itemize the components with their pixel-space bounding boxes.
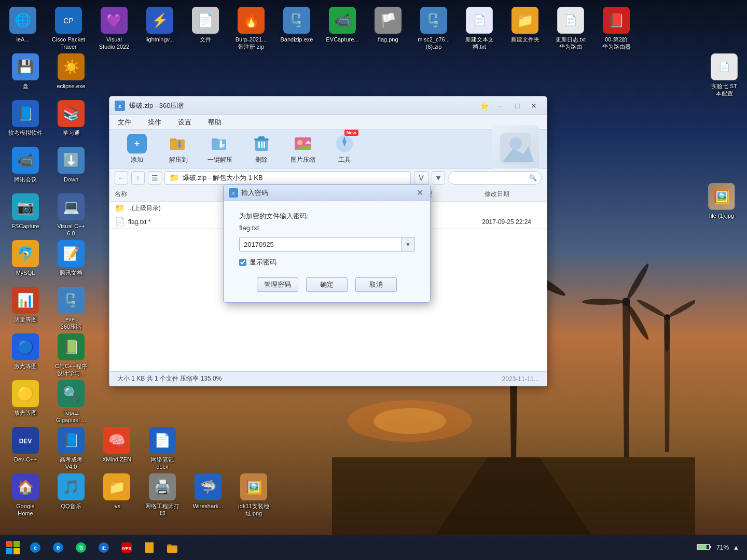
- desktop-icon-fscapture[interactable]: 📷 FSCapture: [3, 189, 48, 236]
- taskbar-bookmark[interactable]: [139, 538, 160, 557]
- password-dialog: Z 输入密码 ✕ 为加密的文件输入密码: flag.txt ▼ 显示密码 管理密…: [223, 184, 431, 303]
- window-titlebar[interactable]: Z 爆破.zip - 360压缩 ⭐ ─ □ ✕: [109, 96, 547, 115]
- menu-file[interactable]: 文件: [115, 117, 134, 128]
- desktop-icon-eclipse[interactable]: ☀️ eclipse.exe: [48, 49, 94, 96]
- cancel-btn[interactable]: 取消: [355, 277, 397, 292]
- desktop-icon-visualcpp[interactable]: 💻 Visual C++6.0: [48, 189, 94, 236]
- desktop-icon-tencent-doc[interactable]: 📝 腾讯文档: [48, 236, 94, 283]
- toolbar-image-compress-btn[interactable]: 图片压缩: [283, 131, 322, 167]
- desktop-icon-xmind[interactable]: 🧠 XMind ZEN: [94, 423, 140, 469]
- desktop-icon-cisco[interactable]: CP Cisco PacketTracer: [46, 3, 91, 49]
- nav-back-btn[interactable]: ←: [115, 171, 128, 185]
- show-password-checkbox[interactable]: [239, 259, 246, 266]
- desktop-icon-newtxt[interactable]: 📄 新建文本文档.txt: [457, 3, 502, 49]
- desktop-icon-cprog[interactable]: 📗 C与C++程序设计学与...: [48, 329, 94, 376]
- taskbar-folder[interactable]: [161, 538, 183, 557]
- desktop-icon-00huawei[interactable]: 📕 00-第2阶华为路由器: [593, 3, 639, 49]
- svg-marker-6: [622, 302, 630, 457]
- svg-rect-32: [212, 138, 218, 141]
- desktop-icons-left-col: 💾 盘 📘 软考模拟软件 📹 腾讯会议 📷 FSCapture 🐬 MySQL …: [3, 49, 48, 423]
- toolbar-tools-btn[interactable]: New 工具: [325, 131, 364, 167]
- window-icon-btn[interactable]: ⭐: [476, 100, 492, 112]
- dialog-titlebar[interactable]: Z 输入密码 ✕: [224, 185, 430, 201]
- manage-password-btn[interactable]: 管理密码: [257, 277, 298, 292]
- taskbar-ie11[interactable]: IE: [93, 538, 115, 557]
- svg-point-17: [374, 408, 446, 434]
- toolbar-delete-btn[interactable]: 删除: [242, 131, 281, 167]
- desktop-icon-tencent-meeting[interactable]: 📹 腾讯会议: [3, 143, 48, 189]
- desktop-icon-misc2[interactable]: 🗜️ misc2_c76...(6).zip: [411, 3, 457, 49]
- desktop-icon-bandizip[interactable]: 🗜️ Bandizip.exe: [274, 3, 320, 49]
- nav-sort-dropdown-btn[interactable]: ▼: [432, 171, 445, 185]
- desktop-icon-softexam[interactable]: 📘 软考模拟软件: [3, 96, 48, 143]
- desktop-icon-file1jpg[interactable]: 🖼️ file (1).jpg: [699, 179, 744, 226]
- desktop-icon-360zip[interactable]: 🗜️ .exe -360压缩: [48, 283, 94, 329]
- edge-icon: e: [52, 541, 64, 554]
- taskbar-edge[interactable]: e: [47, 538, 69, 557]
- desktop-icon-gaokao[interactable]: 📘 高考成考V4.0: [48, 423, 94, 469]
- desktop-icon-home[interactable]: 🏠 GoogleHome: [3, 469, 48, 516]
- desktop-icon-lightning[interactable]: ⚡ lightningv...: [137, 3, 183, 49]
- desktop-icon-laser[interactable]: 🔵 激光等图: [3, 329, 48, 376]
- search-icon: 🔍: [529, 174, 537, 181]
- desktop-icon-evcapture[interactable]: 📹 EVCapture...: [320, 3, 365, 49]
- toolbar-extract-btn[interactable]: 解压到: [159, 131, 198, 167]
- password-dropdown-btn[interactable]: ▼: [402, 237, 414, 251]
- taskbar-start[interactable]: [3, 537, 23, 558]
- toolbar-quick-extract-btn[interactable]: 一键解压: [200, 131, 239, 167]
- nav-sort-btn[interactable]: V: [414, 171, 428, 185]
- desktop-icon-ie[interactable]: 🌐 ieA...: [0, 3, 46, 49]
- battery-up-icon: ▲: [733, 544, 739, 551]
- desktop-icon-measure[interactable]: 📊 测量等图: [3, 283, 48, 329]
- desktop-icon-light[interactable]: 🟡 放光等图: [3, 376, 48, 423]
- desktop-icon-flag[interactable]: 🏳️ flag.png: [365, 3, 411, 49]
- menu-bar: 文件 操作 设置 帮助: [109, 115, 547, 130]
- desktop-icon-topaz[interactable]: 🔍 TopazGigapixel ...: [48, 376, 94, 423]
- taskbar-wps[interactable]: WPS: [116, 538, 137, 557]
- desktop-icon-qqmusic[interactable]: 🎵 QQ音乐: [48, 469, 94, 516]
- bookmark-icon: [143, 541, 156, 554]
- nav-path: 📁 爆破.zip - 解包大小为 1 KB: [164, 171, 411, 185]
- desktop-icon-devcpp[interactable]: DEV Dev-C++: [3, 423, 48, 469]
- desktop-icon-down[interactable]: ⬇️ Down: [48, 143, 94, 189]
- dialog-close-btn[interactable]: ✕: [414, 188, 425, 198]
- desktop-icon-mysql[interactable]: 🐬 MySQL: [3, 236, 48, 283]
- menu-settings[interactable]: 设置: [175, 117, 195, 128]
- nav-list-view-btn[interactable]: ☰: [148, 171, 161, 185]
- desktop-icon-xuexitong[interactable]: 📚 学习通: [48, 96, 94, 143]
- svg-text:Z: Z: [232, 191, 235, 195]
- nav-search-box[interactable]: 🔍: [448, 171, 542, 185]
- password-input[interactable]: [239, 237, 402, 251]
- menu-operate[interactable]: 操作: [145, 117, 164, 128]
- battery-indicator: [697, 543, 712, 553]
- window-title-icon: Z: [115, 101, 125, 111]
- taskbar-ie[interactable]: e: [24, 538, 46, 557]
- svg-rect-57: [13, 548, 20, 554]
- desktop-icon-vs2022[interactable]: 💜 VisualStudio 2022: [91, 3, 137, 49]
- svg-point-12: [667, 298, 695, 319]
- desktop-icon-netbook[interactable]: 📄 网络笔记docx: [140, 423, 185, 469]
- taskbar-wechat[interactable]: 微: [70, 538, 92, 557]
- window-close-btn[interactable]: ✕: [526, 100, 542, 112]
- window-maximize-btn[interactable]: □: [509, 100, 525, 112]
- toolbar-add-btn[interactable]: + 添加: [117, 131, 156, 167]
- taskbar: e e 微 IE WPS 71: [0, 535, 747, 560]
- desktop-icon-experiment[interactable]: 📄 实验七 ST本配置: [701, 49, 747, 96]
- nav-search-input[interactable]: [453, 174, 529, 181]
- confirm-btn[interactable]: 确定: [306, 277, 348, 292]
- desktop-icon-file[interactable]: 📄 文件: [183, 3, 228, 49]
- nav-up-btn[interactable]: ↑: [131, 171, 145, 185]
- desktop-icon-print[interactable]: 🖨️ 网络工程师打印: [140, 469, 185, 516]
- desktop-icon-vs[interactable]: 📁 .vs: [94, 469, 140, 516]
- svg-rect-71: [167, 544, 172, 547]
- menu-help[interactable]: 帮助: [205, 117, 225, 128]
- desktop-icon-newfolder[interactable]: 📁 新建文件夹: [502, 3, 548, 49]
- svg-rect-40: [261, 142, 262, 148]
- desktop-icon-wireshark[interactable]: 🦈 Wireshark...: [185, 469, 231, 516]
- desktop-icon-disk[interactable]: 💾 盘: [3, 49, 48, 96]
- desktop-icon-changelog[interactable]: 📄 更新日志.txt华为路由: [548, 3, 593, 49]
- desktop-icon-jdk[interactable]: 🖼️ jdk11安装地址.png: [231, 469, 276, 516]
- desktop-icon-burp[interactable]: 🔥 Burp-2021...带注册.zip: [228, 3, 274, 49]
- window-minimize-btn[interactable]: ─: [493, 100, 508, 112]
- svg-rect-54: [6, 541, 12, 547]
